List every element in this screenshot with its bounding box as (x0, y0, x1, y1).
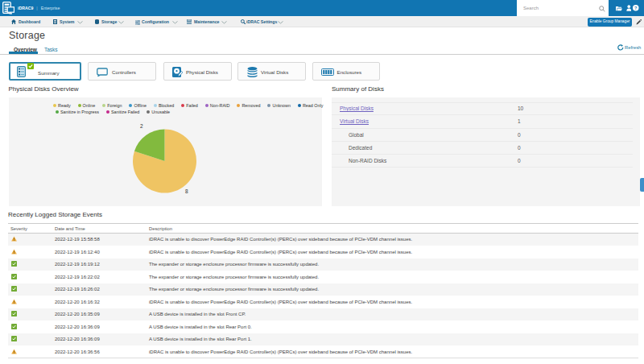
svg-text:?: ? (634, 6, 637, 10)
